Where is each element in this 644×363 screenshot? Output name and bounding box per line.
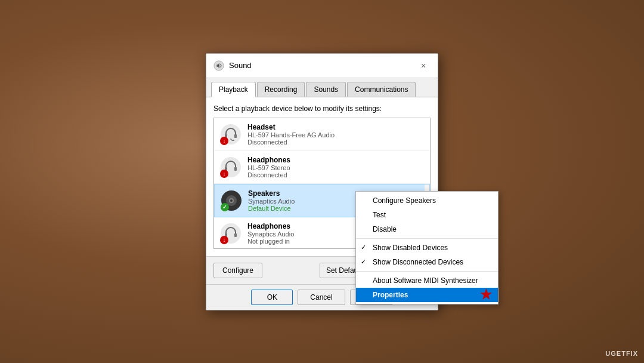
svg-rect-14 <box>234 233 237 237</box>
check-disconnected-icon: ✓ <box>361 258 366 266</box>
speakers-icon-container: ✓ <box>221 190 242 211</box>
headset-status: Disconnected <box>247 139 424 146</box>
watermark: UGETFIX <box>605 350 638 357</box>
headset-sub: HL-597 Hands-Free AG Audio <box>247 131 424 139</box>
headphones2-status-badge: ↓ <box>220 236 228 244</box>
svg-rect-4 <box>232 140 234 141</box>
footer-left: Configure <box>213 263 262 278</box>
check-disabled-icon: ✓ <box>361 244 366 251</box>
menu-item-about-midi[interactable]: About Software MIDI Synthesizer <box>356 273 498 288</box>
svg-rect-7 <box>234 167 237 171</box>
headphones1-icon-container: ↓ <box>220 156 242 178</box>
ok-button[interactable]: OK <box>251 290 293 305</box>
red-star-icon: ★ <box>480 287 492 303</box>
context-menu: Configure Speakers Test Disable ✓ Show D… <box>355 191 499 304</box>
headphones1-sub: HL-597 Stereo <box>247 164 424 171</box>
headphones2-icon-container: ↓ <box>220 223 242 244</box>
svg-point-11 <box>230 199 233 202</box>
menu-item-properties[interactable]: Properties ★ <box>356 288 498 302</box>
title-bar-left: Sound <box>213 60 252 71</box>
headphones1-status-badge: ↓ <box>220 170 228 178</box>
configure-button[interactable]: Configure <box>213 263 262 278</box>
menu-item-show-disconnected[interactable]: ✓ Show Disconnected Devices <box>356 255 498 269</box>
tab-sounds[interactable]: Sounds <box>306 82 346 97</box>
close-button[interactable]: × <box>416 59 431 73</box>
window-title: Sound <box>229 61 252 70</box>
speakers-status-badge: ✓ <box>221 203 229 211</box>
headset-info: Headset HL-597 Hands-Free AG Audio Disco… <box>247 123 424 146</box>
tab-bar: Playback Recording Sounds Communications <box>206 78 438 97</box>
menu-item-configure-speakers[interactable]: Configure Speakers <box>356 193 498 208</box>
tab-recording[interactable]: Recording <box>257 82 305 97</box>
device-item-headset[interactable]: ↓ Headset HL-597 Hands-Free AG Audio Dis… <box>214 118 430 151</box>
headphones1-status: Disconnected <box>247 171 424 179</box>
instruction-text: Select a playback device below to modify… <box>213 104 431 113</box>
title-bar: Sound × <box>206 54 438 78</box>
menu-separator-1 <box>356 238 498 239</box>
headset-name: Headset <box>247 123 424 131</box>
cancel-button[interactable]: Cancel <box>298 290 345 305</box>
svg-rect-3 <box>234 134 237 138</box>
headset-status-badge: ↓ <box>220 137 228 145</box>
menu-item-disable[interactable]: Disable <box>356 222 498 236</box>
headset-icon-container: ↓ <box>220 124 242 145</box>
speaker-icon <box>213 60 224 71</box>
headphones1-info: Headphones HL-597 Stereo Disconnected <box>247 156 424 179</box>
tab-communications[interactable]: Communications <box>347 82 416 97</box>
menu-item-show-disabled[interactable]: ✓ Show Disabled Devices <box>356 241 498 255</box>
sound-dialog: Sound × Playback Recording Sounds Commun… <box>206 53 438 310</box>
tab-playback[interactable]: Playback <box>211 82 256 97</box>
headphones1-name: Headphones <box>247 156 424 164</box>
menu-separator-2 <box>356 271 498 272</box>
menu-item-test[interactable]: Test <box>356 208 498 222</box>
device-item-headphones1[interactable]: ↓ Headphones HL-597 Stereo Disconnected <box>214 151 430 184</box>
